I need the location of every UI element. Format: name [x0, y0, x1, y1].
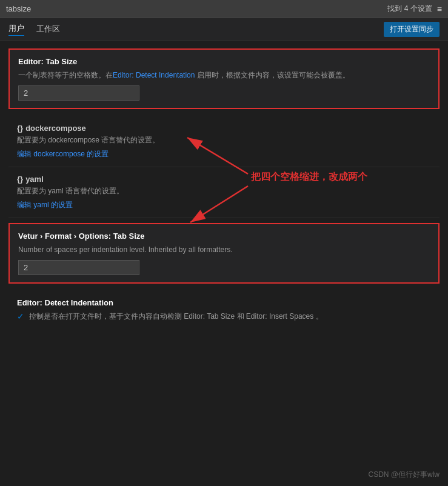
editor-tabsize-prefix: Editor:: [18, 57, 46, 66]
editor-tabsize-desc-before: 一个制表符等于的空格数。在: [18, 71, 113, 79]
yaml-title: {}yaml: [17, 175, 431, 184]
filter-icon[interactable]: ≡: [437, 4, 442, 14]
watermark: CSDN @但行好事wlw: [368, 470, 440, 480]
detect-indentation-section: Editor: Detect Indentation ✓ 控制是否在打开文件时，…: [8, 291, 440, 329]
tabsize-link[interactable]: Editor: Tab Size: [184, 312, 235, 321]
dockercompose-title-text: dockercompose: [25, 124, 86, 133]
sections-wrapper: {}dockercompose 配置要为 dockercompose 语言替代的…: [8, 116, 440, 218]
detect-desc-before: 控制是否在打开文件时，基于文件内容自动检测: [29, 312, 182, 321]
detect-indentation-title: Editor: Detect Indentation: [17, 298, 431, 307]
tabs-row: 用户 工作区 打开设置同步: [0, 18, 448, 41]
vetur-tabsize-desc: Number of spaces per indentation level. …: [18, 244, 430, 255]
editor-tabsize-input[interactable]: [18, 85, 139, 101]
vetur-tabsize-title-text: Vetur › Format › Options: Tab Size: [18, 231, 145, 241]
main-content: Editor: Tab Size 一个制表符等于的空格数。在Editor: De…: [0, 41, 448, 336]
vetur-tabsize-title: Vetur › Format › Options: Tab Size: [18, 231, 430, 241]
detect-indentation-row: ✓ 控制是否在打开文件时，基于文件内容自动检测 Editor: Tab Size…: [17, 311, 431, 322]
tab-user[interactable]: 用户: [8, 23, 24, 36]
dockercompose-title: {}dockercompose: [17, 124, 431, 133]
dockercompose-link[interactable]: 编辑 dockercompose 的设置: [17, 150, 109, 158]
yaml-icon: {}: [17, 175, 23, 184]
insert-spaces-link[interactable]: Editor: Insert Spaces: [246, 312, 313, 321]
sync-button[interactable]: 打开设置同步: [384, 22, 440, 37]
dockercompose-icon: {}: [17, 124, 23, 133]
search-input[interactable]: [6, 4, 383, 13]
dockercompose-desc: 配置要为 dockercompose 语言替代的设置。: [17, 135, 431, 145]
editor-tabsize-desc: 一个制表符等于的空格数。在Editor: Detect Indentation …: [18, 70, 430, 81]
detect-desc-mid: 和: [237, 312, 244, 321]
yaml-title-text: yaml: [25, 175, 44, 184]
detect-indentation-link[interactable]: Editor: Detect Indentation: [113, 71, 195, 79]
editor-tabsize-title: Editor: Tab Size: [18, 57, 430, 66]
detect-desc-after: 。: [316, 312, 323, 321]
editor-tabsize-main: Tab Size: [46, 57, 78, 66]
search-bar: 找到 4 个设置 ≡: [0, 0, 448, 18]
detect-indentation-desc: 控制是否在打开文件时，基于文件内容自动检测 Editor: Tab Size 和…: [29, 311, 323, 322]
editor-tabsize-desc-after: 启用时，根据文件内容，该设置可能会被覆盖。: [195, 71, 349, 79]
vetur-tabsize-card: Vetur › Format › Options: Tab Size Numbe…: [8, 223, 440, 284]
detect-prefix: Editor:: [17, 298, 45, 307]
search-result-count: 找到 4 个设置: [387, 4, 432, 14]
tab-workspace[interactable]: 工作区: [36, 24, 60, 36]
detect-main: Detect Indentation: [45, 298, 113, 307]
yaml-section: {}yaml 配置要为 yaml 语言替代的设置。 编辑 yaml 的设置: [8, 167, 440, 218]
yaml-desc: 配置要为 yaml 语言替代的设置。: [17, 186, 431, 196]
dockercompose-section: {}dockercompose 配置要为 dockercompose 语言替代的…: [8, 116, 440, 167]
checkbox-icon[interactable]: ✓: [17, 311, 24, 321]
editor-tabsize-card: Editor: Tab Size 一个制表符等于的空格数。在Editor: De…: [8, 48, 440, 109]
yaml-link[interactable]: 编辑 yaml 的设置: [17, 201, 73, 209]
vetur-tabsize-input[interactable]: [18, 260, 139, 275]
